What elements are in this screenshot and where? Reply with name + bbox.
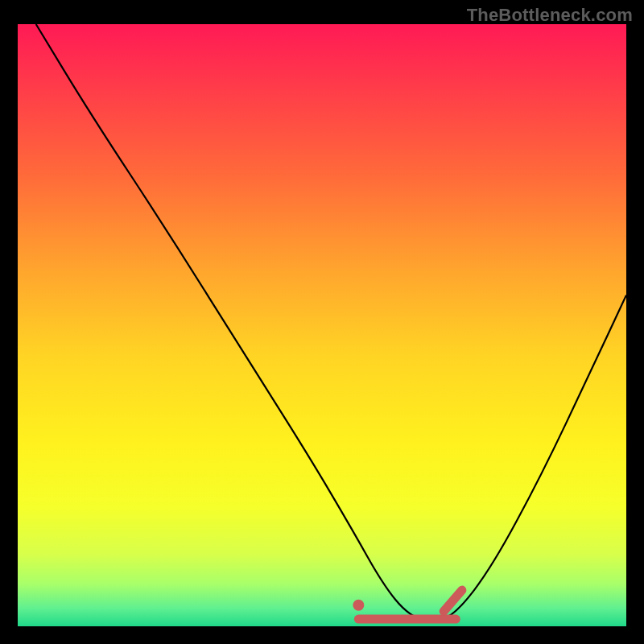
bottleneck-curve [36, 24, 626, 621]
plot-area [18, 24, 626, 626]
watermark-text: TheBottleneck.com [467, 5, 633, 26]
curve-overlay [18, 24, 626, 626]
optimal-range-dot [353, 600, 364, 611]
chart-stage: TheBottleneck.com [0, 0, 644, 644]
